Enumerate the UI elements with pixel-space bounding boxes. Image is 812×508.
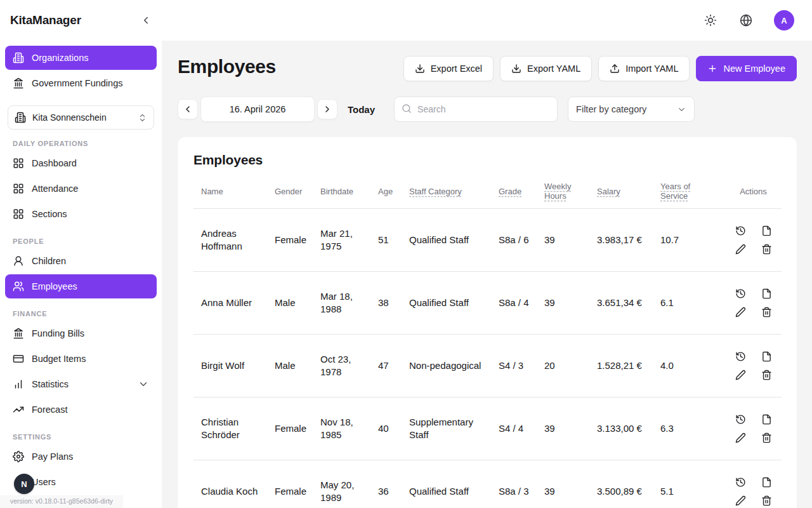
chevron-left-icon: [140, 15, 152, 26]
row-actions: [733, 351, 774, 380]
cell-name: Christian Schröder: [193, 398, 267, 460]
history-icon: [735, 288, 746, 299]
row-edit-button[interactable]: [735, 244, 746, 255]
row-history-button[interactable]: [735, 225, 746, 236]
table-row: Birgit WolfMaleOct 23, 197847Non-pedagog…: [193, 335, 782, 398]
pencil-icon: [735, 307, 746, 318]
cell-grade: S8a / 3: [491, 460, 537, 508]
history-icon: [735, 414, 746, 425]
row-delete-button[interactable]: [761, 370, 772, 380]
file-icon: [761, 225, 772, 236]
cell-birthdate: Mar 18, 1988: [313, 272, 370, 335]
date-next-button[interactable]: [317, 99, 337, 119]
organization-selector[interactable]: Kita Sonnenschein: [8, 105, 154, 130]
column-header-staff-category[interactable]: Staff Category: [402, 177, 491, 209]
column-header-salary[interactable]: Salary: [589, 177, 653, 209]
row-history-button[interactable]: [735, 288, 746, 299]
sidebar-group-heading: PEOPLE: [5, 227, 157, 249]
sidebar-groups: DAILY OPERATIONSDashboardAttendanceSecti…: [5, 130, 157, 494]
history-icon: [735, 477, 746, 488]
row-delete-button[interactable]: [761, 307, 772, 318]
sidebar-item-budget-items[interactable]: Budget Items: [5, 347, 157, 371]
sidebar-item-organizations[interactable]: Organizations: [5, 46, 157, 70]
sidebar-item-children[interactable]: Children: [5, 249, 157, 273]
cell-age: 40: [370, 398, 402, 460]
sidebar-item-dashboard[interactable]: Dashboard: [5, 151, 157, 175]
sidebar-group-heading: SETTINGS: [5, 423, 157, 444]
sidebar-group-heading: FINANCE: [5, 300, 157, 321]
row-history-button[interactable]: [735, 351, 746, 362]
cell-grade: S4 / 4: [491, 398, 537, 460]
sidebar-item-government-fundings[interactable]: Government Fundings: [5, 71, 157, 95]
date-prev-button[interactable]: [178, 99, 198, 119]
trash-icon: [761, 495, 772, 506]
sidebar-item-statistics[interactable]: Statistics: [5, 372, 157, 396]
sidebar-item-attendance[interactable]: Attendance: [5, 177, 157, 201]
language-button[interactable]: [738, 13, 754, 28]
today-button[interactable]: Today: [348, 104, 375, 115]
download-icon: [511, 64, 521, 74]
row-document-button[interactable]: [761, 225, 772, 236]
trending-up-icon: [13, 404, 24, 415]
import-yaml-button[interactable]: Import YAML: [598, 56, 690, 81]
column-header-weekly-hours[interactable]: Weekly Hours: [537, 177, 589, 209]
chevron-down-icon: [138, 378, 149, 390]
trash-icon: [761, 307, 772, 318]
sidebar-user-badge[interactable]: N: [14, 474, 34, 494]
topbar-left: KitaManager: [0, 13, 162, 27]
table-header-row: NameGenderBirthdateAgeStaff CategoryGrad…: [193, 177, 782, 209]
user-avatar[interactable]: A: [774, 10, 794, 30]
file-icon: [761, 477, 772, 488]
pencil-icon: [735, 495, 746, 506]
column-header-gender: Gender: [267, 177, 313, 209]
cell-birthdate: Nov 18, 1985: [313, 398, 370, 460]
sidebar-collapse-button[interactable]: [139, 13, 153, 27]
row-history-button[interactable]: [735, 477, 746, 488]
search-icon: [402, 104, 412, 114]
column-header-years-of-service[interactable]: Years of Service: [653, 177, 725, 209]
row-document-button[interactable]: [761, 477, 772, 488]
cell-birthdate: May 20, 1989: [313, 460, 370, 508]
row-delete-button[interactable]: [761, 244, 772, 255]
row-document-button[interactable]: [761, 414, 772, 425]
file-icon: [761, 288, 772, 299]
sidebar-item-employees[interactable]: Employees: [5, 274, 157, 298]
sidebar-item-forecast[interactable]: Forecast: [5, 398, 157, 422]
cell-salary: 3.500,89 €: [589, 460, 653, 508]
topbar: KitaManager A: [0, 0, 812, 41]
date-button[interactable]: 16. April 2026: [200, 97, 315, 122]
row-edit-button[interactable]: [735, 370, 746, 380]
history-icon: [735, 225, 746, 236]
cell-gender: Male: [267, 272, 313, 335]
export-excel-button[interactable]: Export Excel: [403, 56, 494, 81]
trash-icon: [761, 244, 772, 255]
sidebar-item-funding-bills[interactable]: Funding Bills: [5, 321, 157, 345]
sidebar-item-pay-plans[interactable]: Pay Plans: [5, 444, 157, 469]
row-history-button[interactable]: [735, 414, 746, 425]
cell-gender: Female: [267, 398, 313, 460]
cell-weekly_hours: 39: [537, 272, 589, 335]
table-row: Christian SchröderFemaleNov 18, 198540Su…: [193, 398, 782, 460]
grid-icon: [13, 157, 24, 169]
column-header-grade[interactable]: Grade: [491, 177, 537, 209]
theme-toggle-button[interactable]: [703, 13, 718, 28]
sidebar-group-heading: DAILY OPERATIONS: [5, 130, 157, 151]
row-edit-button[interactable]: [735, 432, 746, 443]
row-delete-button[interactable]: [761, 432, 772, 443]
cell-actions: [725, 398, 782, 460]
cell-staff_category: Non-pedagogical: [402, 335, 491, 398]
export-yaml-button[interactable]: Export YAML: [500, 56, 592, 81]
row-delete-button[interactable]: [761, 495, 772, 506]
row-document-button[interactable]: [761, 288, 772, 299]
row-document-button[interactable]: [761, 351, 772, 362]
sidebar-item-sections[interactable]: Sections: [5, 202, 157, 226]
sun-icon: [704, 14, 717, 27]
row-edit-button[interactable]: [735, 307, 746, 318]
cell-gender: Male: [267, 335, 313, 398]
cell-actions: [725, 272, 782, 335]
category-filter-select[interactable]: Filter by category: [568, 97, 695, 122]
search-input[interactable]: [394, 97, 558, 122]
row-edit-button[interactable]: [735, 495, 746, 506]
history-icon: [735, 351, 746, 362]
new-employee-button[interactable]: New Employee: [696, 56, 797, 81]
